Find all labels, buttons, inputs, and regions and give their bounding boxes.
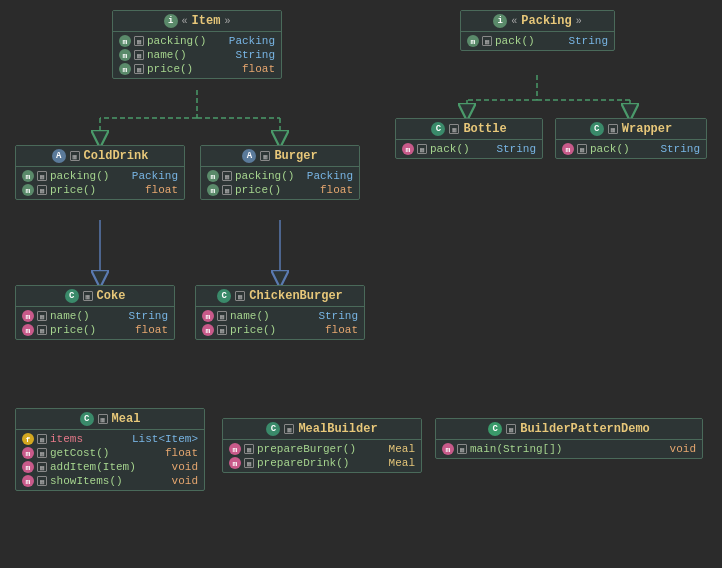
chickenburger-header: C ▦ ChickenBurger [196,286,364,307]
method-icon: m [229,457,241,469]
mealbuilder-class: C ▦ MealBuilder m ▦ prepareBurger() Meal… [222,418,422,473]
bpd-method-1: m ▦ main(String[]) void [436,442,702,456]
mealbuilder-icon: C [266,422,280,436]
wrapper-icon: C [590,122,604,136]
meal-method-3: m ▦ showItems() void [16,474,204,488]
coke-body: m ▦ name() String m ▦ price() float [16,307,174,339]
meal-body: f ▦ items List<Item> m ▦ getCost() float… [16,430,204,490]
item-method-2: m ▦ name() String [113,48,281,62]
field-icon: f [22,433,34,445]
coke-class: C ▦ Coke m ▦ name() String m ▦ price() f… [15,285,175,340]
colddrink-class: A ▦ ColdDrink m ▦ packing() Packing m ▦ … [15,145,185,200]
cb-method-2: m ▦ price() float [196,323,364,337]
method-icon: m [22,447,34,459]
bottle-method-1: m ▦ pack() String [396,142,542,156]
mealbuilder-header: C ▦ MealBuilder [223,419,421,440]
packing-icon: i [493,14,507,28]
burger-header: A ▦ Burger [201,146,359,167]
bottle-icon: C [431,122,445,136]
wrapper-header: C ▦ Wrapper [556,119,706,140]
bpd-body: m ▦ main(String[]) void [436,440,702,458]
colddrink-method-2: m ▦ price() float [16,183,184,197]
packing-method-1: m ▦ pack() String [461,34,614,48]
packing-body: m ▦ pack() String [461,32,614,50]
colddrink-method-1: m ▦ packing() Packing [16,169,184,183]
colddrink-icon: A [52,149,66,163]
coke-header: C ▦ Coke [16,286,174,307]
item-icon: i [164,14,178,28]
meal-method-2: m ▦ addItem(Item) void [16,460,204,474]
bottle-class: C ▦ Bottle m ▦ pack() String [395,118,543,159]
item-body: m ▦ packing() Packing m ▦ name() String … [113,32,281,78]
method-icon: m [22,324,34,336]
burger-method-2: m ▦ price() float [201,183,359,197]
colddrink-body: m ▦ packing() Packing m ▦ price() float [16,167,184,199]
bottle-body: m ▦ pack() String [396,140,542,158]
chickenburger-class: C ▦ ChickenBurger m ▦ name() String m ▦ … [195,285,365,340]
item-method-1: m ▦ packing() Packing [113,34,281,48]
packing-header: i « Packing » [461,11,614,32]
mb-method-2: m ▦ prepareDrink() Meal [223,456,421,470]
item-method-3: m ▦ price() float [113,62,281,76]
method-icon: m [207,170,219,182]
method-icon: m [202,324,214,336]
meal-class: C ▦ Meal f ▦ items List<Item> m ▦ getCos… [15,408,205,491]
method-icon: m [119,35,131,47]
burger-class: A ▦ Burger m ▦ packing() Packing m ▦ pri… [200,145,360,200]
uml-diagram: i « Item » m ▦ packing() Packing m ▦ nam… [0,0,722,568]
coke-icon: C [65,289,79,303]
method-icon: m [22,170,34,182]
packing-class: i « Packing » m ▦ pack() String [460,10,615,51]
meal-field-1: f ▦ items List<Item> [16,432,204,446]
method-icon: m [562,143,574,155]
method-icon: m [402,143,414,155]
cb-method-1: m ▦ name() String [196,309,364,323]
item-header: i « Item » [113,11,281,32]
method-icon: m [22,475,34,487]
burger-method-1: m ▦ packing() Packing [201,169,359,183]
coke-method-2: m ▦ price() float [16,323,174,337]
method-icon: m [22,461,34,473]
burger-body: m ▦ packing() Packing m ▦ price() float [201,167,359,199]
method-icon: m [119,63,131,75]
burger-icon: A [242,149,256,163]
wrapper-method-1: m ▦ pack() String [556,142,706,156]
method-icon: m [207,184,219,196]
bpd-header: C ▦ BuilderPatternDemo [436,419,702,440]
method-icon: m [467,35,479,47]
meal-icon: C [80,412,94,426]
bpd-icon: C [488,422,502,436]
meal-method-1: m ▦ getCost() float [16,446,204,460]
mb-method-1: m ▦ prepareBurger() Meal [223,442,421,456]
chickenburger-icon: C [217,289,231,303]
wrapper-class: C ▦ Wrapper m ▦ pack() String [555,118,707,159]
chickenburger-body: m ▦ name() String m ▦ price() float [196,307,364,339]
bottle-header: C ▦ Bottle [396,119,542,140]
coke-method-1: m ▦ name() String [16,309,174,323]
meal-header: C ▦ Meal [16,409,204,430]
method-icon: m [442,443,454,455]
colddrink-header: A ▦ ColdDrink [16,146,184,167]
method-icon: m [22,184,34,196]
method-icon: m [229,443,241,455]
mealbuilder-body: m ▦ prepareBurger() Meal m ▦ prepareDrin… [223,440,421,472]
builderpatterndemo-class: C ▦ BuilderPatternDemo m ▦ main(String[]… [435,418,703,459]
item-class: i « Item » m ▦ packing() Packing m ▦ nam… [112,10,282,79]
method-icon: m [202,310,214,322]
wrapper-body: m ▦ pack() String [556,140,706,158]
method-icon: m [119,49,131,61]
method-icon: m [22,310,34,322]
